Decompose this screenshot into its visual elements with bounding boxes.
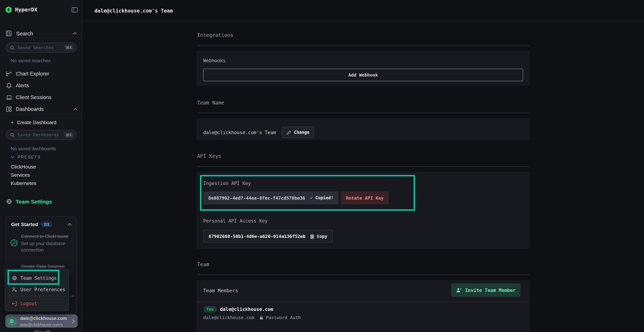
divider [196, 302, 530, 302]
clipped-text-fragment: Cloud? [34, 330, 50, 332]
api-keys-heading: API Keys [197, 153, 221, 159]
ingestion-api-key-value[interactable]: 8e887902-4ed7-44ea-8fec-f47cd578be36 ✓ C… [203, 192, 338, 204]
member-email-secondary: dale@clickhouse.com [203, 315, 254, 320]
chevron-right-icon [72, 319, 75, 323]
copy-button[interactable]: Copy [310, 234, 327, 239]
team-members-label: Team Members [203, 288, 238, 293]
gear-icon [6, 198, 12, 204]
gear-icon [12, 276, 17, 281]
search-icon [10, 45, 15, 50]
search-section-label: Search [16, 30, 33, 36]
user-menu-popup: Team Settings User Preferences [5, 269, 69, 311]
member-email: dale@clickhouse.com [220, 306, 273, 312]
menu-item-label: Team Settings [20, 276, 57, 281]
invite-team-member-button[interactable]: Invite Team Member [451, 283, 520, 297]
sidebar-section-search[interactable]: Search [6, 29, 77, 37]
get-started-task[interactable]: Connect to ClickHouse Set up your databa… [10, 233, 73, 253]
brand-name: HyperDX [15, 7, 38, 12]
invite-label: Invite Team Member [465, 288, 516, 293]
you-badge: You [203, 306, 217, 313]
progress-badge: 2/3 [41, 222, 52, 227]
logout-icon [12, 301, 17, 306]
user-email: dale@clickhouse.com [20, 316, 67, 321]
sidebar-item-alerts[interactable]: Alerts [6, 82, 78, 89]
copied-indicator: ✓ Copied! [310, 195, 334, 200]
auth-method: Password Auth [266, 315, 301, 320]
menu-item-label: User Preferences [20, 287, 65, 292]
api-keys-card: Ingestion API Key 8e887902-4ed7-44ea-8fe… [196, 172, 530, 249]
rotate-api-key-button[interactable]: Rotate API Key [341, 192, 389, 204]
team-member-row: You dale@clickhouse.com [203, 306, 273, 313]
ingestion-api-key-label: Ingestion API Key [203, 181, 251, 186]
divider [197, 274, 529, 275]
no-saved-dashboards-text: No saved dashboards [11, 146, 56, 151]
team-heading: Team [197, 262, 209, 267]
user-team-name: dale@clickhouse.com's [20, 322, 63, 327]
personal-api-key-value[interactable]: 87982668-58b1-4d6e-a620-014a136f52eb Cop… [203, 230, 333, 242]
change-team-name-button[interactable]: Change [282, 127, 314, 138]
user-gear-icon [12, 287, 17, 292]
menu-item-logout[interactable]: Logout [12, 301, 37, 306]
team-member-details: dale@clickhouse.com Password Auth [203, 315, 301, 320]
sidebar-item-label: Client Sessions [16, 94, 52, 100]
sidebar-item-label: Dashboards [16, 106, 44, 112]
search-icon [10, 132, 15, 137]
saved-searches-input[interactable]: Saved Searches ⌘K [6, 42, 76, 52]
divider [197, 166, 529, 167]
pencil-icon [286, 130, 291, 135]
preset-kubernetes[interactable]: Kubernetes [11, 180, 36, 186]
saved-dashboards-placeholder: Saved Dashboards [18, 132, 59, 138]
sidebar-item-dashboards[interactable]: Dashboards [6, 106, 78, 113]
menu-item-user-preferences[interactable]: User Preferences [12, 287, 65, 292]
chevron-down-icon [11, 156, 14, 158]
avatar: D [7, 316, 17, 326]
menu-item-team-settings[interactable]: Team Settings [12, 276, 57, 281]
create-dashboard-label: Create Dashboard [17, 120, 56, 125]
team-name-card: dale@clickhouse.com's Team Change [196, 118, 530, 140]
user-plus-icon [456, 288, 462, 293]
copy-label: Copy [317, 234, 327, 239]
hyperdx-logo-icon [5, 6, 12, 14]
key-text: 87982668-58b1-4d6e-a620-014a136f52eb [208, 234, 306, 239]
collapse-sidebar-icon[interactable] [72, 7, 78, 12]
add-webhook-button[interactable]: Add Webhook [203, 69, 523, 81]
key-text: 8e887902-4ed7-44ea-8fec-f47cd578be36 [208, 195, 305, 200]
chart-icon [6, 71, 12, 76]
search-section-icon [6, 30, 12, 36]
divider [0, 38, 82, 38]
task-title: Create Data Sources [21, 264, 64, 269]
saved-dashboards-input[interactable]: Saved Dashboards ⌘K [6, 130, 76, 140]
dashboards-icon [6, 106, 12, 112]
sidebar-item-label: Chart Explorer [16, 71, 49, 76]
chevron-up-icon[interactable] [68, 223, 72, 226]
sidebar-item-client-sessions[interactable]: Client Sessions [6, 94, 78, 101]
plus-icon: + [11, 120, 14, 125]
sidebar-item-chart-explorer[interactable]: Chart Explorer [6, 70, 78, 77]
integrations-heading: Integrations [197, 32, 233, 38]
presets-toggle[interactable]: PRESETS [11, 155, 41, 159]
saved-searches-placeholder: Saved Searches [18, 45, 54, 50]
divider [197, 113, 529, 113]
screen: HyperDX Search [0, 0, 644, 332]
preset-clickhouse[interactable]: ClickHouse [11, 164, 36, 170]
arrow-right-icon: → [70, 292, 75, 298]
lock-icon [260, 315, 263, 320]
personal-api-key-label: Personal API Access Key [203, 218, 268, 224]
user-account-button[interactable]: D dale@clickhouse.com dale@clickhouse.co… [5, 314, 78, 328]
sidebar-item-label: Alerts [16, 83, 29, 88]
team-name-value: dale@clickhouse.com's Team [203, 130, 276, 135]
chevron-up-icon[interactable] [73, 108, 78, 110]
get-started-header[interactable]: Get Started 2/3 [11, 222, 72, 227]
preset-services[interactable]: Services [11, 172, 30, 178]
sidebar-item-team-settings[interactable]: Team Settings [6, 198, 52, 205]
laptop-icon [6, 95, 12, 100]
team-name-heading: Team Name [197, 100, 224, 106]
sidebar: HyperDX Search [0, 0, 82, 332]
page-title: dale@clickhouse.com's Team [94, 8, 173, 14]
divider [197, 46, 529, 46]
chevron-up-icon[interactable] [73, 32, 77, 34]
check-circle-icon [10, 240, 18, 247]
create-dashboard-button[interactable]: + Create Dashboard [11, 120, 56, 125]
task-title: Connect to ClickHouse [21, 234, 68, 239]
shortcut-badge: ⌘K [64, 45, 74, 50]
